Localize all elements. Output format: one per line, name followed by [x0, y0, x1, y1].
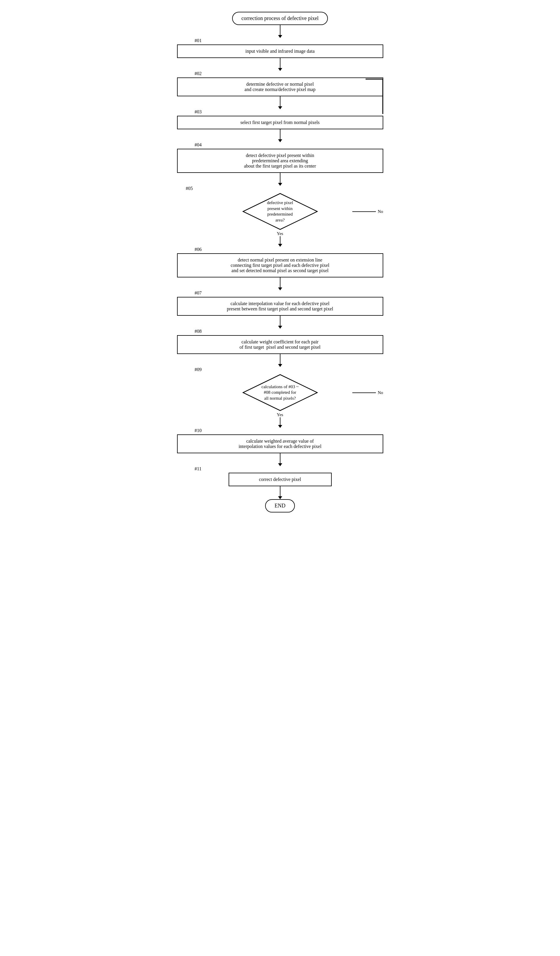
label-08: #08	[177, 329, 383, 334]
diamond-09-text: calculations of #03 ~#08 completed foral…	[261, 384, 299, 401]
label-05: #05	[177, 186, 383, 191]
diamond-05: defective pixelpresent withinpredetermin…	[242, 192, 318, 231]
step-06: detect normal pixel present on extension…	[177, 253, 383, 277]
step-01: input visible and infrared image data	[177, 44, 383, 58]
step-07: calculate interpolation value for each d…	[177, 297, 383, 316]
label-03: #03	[177, 109, 383, 115]
step-02: determine defective or normal pixeland c…	[177, 77, 383, 96]
no-label-05: No	[352, 209, 383, 214]
step-11: correct defective pixel	[229, 473, 332, 486]
label-09: #09	[177, 367, 383, 372]
label-11: #11	[177, 466, 383, 472]
start-node: correction process of defective pixel	[232, 12, 328, 25]
diamond-05-text: defective pixelpresent withinpredetermin…	[267, 200, 293, 223]
diamond-09: calculations of #03 ~#08 completed foral…	[242, 373, 318, 412]
yes-label-05: Yes	[277, 231, 283, 236]
label-07: #07	[177, 290, 383, 296]
flowchart: correction process of defective pixel #0…	[177, 12, 383, 513]
no-label-09: No	[352, 390, 383, 395]
label-02: #02	[177, 71, 383, 76]
step-10: calculate weighted average value ofinter…	[177, 434, 383, 453]
label-04: #04	[177, 142, 383, 148]
step-08: calculate weight coefficient for each pa…	[177, 335, 383, 354]
end-node: END	[265, 499, 295, 513]
label-10: #10	[177, 428, 383, 433]
yes-label-09: Yes	[277, 412, 283, 417]
label-01: #01	[177, 38, 383, 43]
label-06: #06	[177, 247, 383, 252]
step-04: detect defective pixel present withinpre…	[177, 149, 383, 173]
step-03: select first target pixel from normal pi…	[177, 116, 383, 129]
